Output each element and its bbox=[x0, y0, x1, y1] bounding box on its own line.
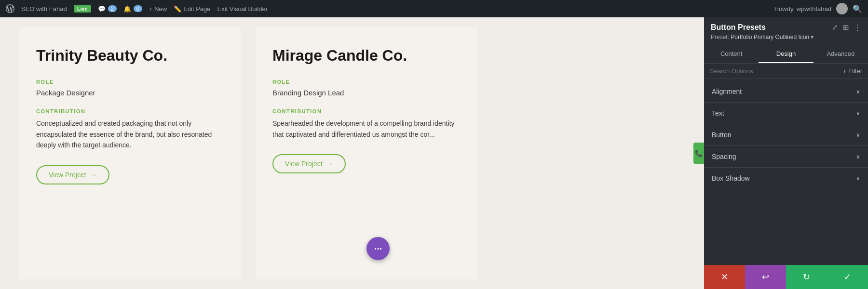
notifications-icon: 🔔 bbox=[123, 5, 131, 13]
site-name[interactable]: SEO with Fahad bbox=[21, 5, 67, 13]
section-box-shadow-title: Box Shadow bbox=[712, 174, 750, 182]
new-button[interactable]: + New bbox=[149, 5, 167, 13]
section-alignment-header[interactable]: Alignment ∨ bbox=[704, 81, 868, 102]
filter-label: Filter bbox=[848, 67, 862, 75]
role-label-mirage: ROLE bbox=[272, 79, 461, 85]
view-project-button-trinity[interactable]: View Project → bbox=[36, 165, 109, 184]
section-button-header[interactable]: Button ∨ bbox=[704, 124, 868, 145]
tab-advanced[interactable]: Advanced bbox=[814, 45, 868, 63]
panel-header: Button Presets ⤢ ⊞ ⋮ Preset: Portfolio P… bbox=[704, 17, 868, 45]
redo-icon: ↻ bbox=[803, 272, 810, 282]
section-spacing-title: Spacing bbox=[712, 153, 736, 160]
phone-icon: 📞 bbox=[695, 150, 703, 157]
preset-value: Portfolio Primary Outlined Icon bbox=[731, 34, 809, 40]
fab-icon: ··· bbox=[374, 243, 382, 254]
button-presets-panel: Button Presets ⤢ ⊞ ⋮ Preset: Portfolio P… bbox=[704, 17, 868, 289]
pencil-icon: ✏️ bbox=[174, 5, 181, 13]
panel-title-icons: ⤢ ⊞ ⋮ bbox=[832, 23, 861, 32]
chevron-box-shadow-icon: ∨ bbox=[856, 175, 860, 182]
tab-content[interactable]: Content bbox=[704, 45, 759, 63]
section-spacing: Spacing ∨ bbox=[704, 146, 868, 168]
cancel-icon: ✕ bbox=[721, 272, 728, 282]
role-label-trinity: ROLE bbox=[36, 79, 224, 85]
section-alignment-title: Alignment bbox=[712, 88, 742, 95]
comments-count: 2 bbox=[108, 5, 117, 12]
admin-bar-right: Howdy, wpwithfahad 🔍 bbox=[774, 3, 862, 14]
contribution-text-mirage: Spearheaded the development of a compell… bbox=[272, 118, 461, 140]
filter-button[interactable]: + Filter bbox=[843, 67, 862, 75]
card-title-trinity: Trinity Beauty Co. bbox=[36, 46, 224, 65]
columns-icon[interactable]: ⊞ bbox=[843, 23, 849, 32]
redo-button[interactable]: ↻ bbox=[786, 265, 827, 289]
contribution-text-trinity: Conceptualized and created packaging tha… bbox=[36, 118, 224, 150]
avatar bbox=[836, 3, 848, 14]
more-options-icon[interactable]: ⋮ bbox=[854, 23, 861, 32]
section-text: Text ∨ bbox=[704, 103, 868, 124]
panel-tabs: Content Design Advanced bbox=[704, 45, 868, 64]
edit-page-button[interactable]: ✏️ Edit Page bbox=[174, 5, 210, 13]
panel-title-row: Button Presets ⤢ ⊞ ⋮ bbox=[711, 23, 861, 32]
notifications-count: 0 bbox=[134, 5, 142, 12]
section-box-shadow: Box Shadow ∨ bbox=[704, 168, 868, 189]
undo-icon: ↩ bbox=[762, 272, 769, 282]
panel-search-row: + Filter bbox=[704, 64, 868, 79]
card-mirage: Mirage Candle Co. ROLE Branding Design L… bbox=[256, 27, 477, 279]
preset-label: Preset: bbox=[711, 34, 729, 40]
search-options-input[interactable] bbox=[710, 67, 843, 75]
undo-button[interactable]: ↩ bbox=[745, 265, 786, 289]
section-alignment: Alignment ∨ bbox=[704, 81, 868, 103]
tab-design[interactable]: Design bbox=[759, 45, 813, 63]
panel-sections: Alignment ∨ Text ∨ Button ∨ Spacing bbox=[704, 79, 868, 265]
contribution-label-mirage: CONTRIBUTION bbox=[272, 108, 461, 114]
live-badge: Live bbox=[74, 5, 91, 13]
new-label: + New bbox=[149, 5, 167, 13]
plus-icon: + bbox=[843, 67, 847, 75]
view-project-button-mirage[interactable]: View Project → bbox=[272, 154, 346, 173]
card-trinity: Trinity Beauty Co. ROLE Package Designer… bbox=[19, 27, 241, 279]
confirm-button[interactable]: ✓ bbox=[827, 265, 868, 289]
comments-button[interactable]: 💬 2 bbox=[98, 5, 117, 13]
role-value-mirage: Branding Design Lead bbox=[272, 89, 461, 97]
cancel-button[interactable]: ✕ bbox=[704, 265, 745, 289]
page-canvas: Trinity Beauty Co. ROLE Package Designer… bbox=[0, 17, 704, 289]
admin-bar: SEO with Fahad Live 💬 2 🔔 0 + New ✏️ Edi… bbox=[0, 0, 868, 17]
section-button-title: Button bbox=[712, 131, 731, 139]
preset-row: Preset: Portfolio Primary Outlined Icon … bbox=[711, 34, 861, 40]
wordpress-logo-icon bbox=[6, 4, 14, 13]
chevron-alignment-icon: ∨ bbox=[856, 88, 860, 95]
comments-icon: 💬 bbox=[98, 5, 106, 13]
section-text-title: Text bbox=[712, 109, 724, 117]
section-spacing-header[interactable]: Spacing ∨ bbox=[704, 146, 868, 167]
panel-title: Button Presets bbox=[711, 23, 766, 32]
admin-bar-left: SEO with Fahad Live 💬 2 🔔 0 + New ✏️ Edi… bbox=[6, 4, 767, 13]
section-text-header[interactable]: Text ∨ bbox=[704, 103, 868, 124]
chevron-spacing-icon: ∨ bbox=[856, 153, 860, 160]
main-content: Trinity Beauty Co. ROLE Package Designer… bbox=[0, 17, 868, 289]
chevron-text-icon: ∨ bbox=[856, 110, 860, 117]
chevron-button-icon: ∨ bbox=[856, 131, 860, 138]
section-button: Button ∨ bbox=[704, 124, 868, 146]
panel-actions: ✕ ↩ ↻ ✓ bbox=[704, 265, 868, 289]
howdy-text: Howdy, wpwithfahad bbox=[774, 5, 831, 13]
floating-action-button[interactable]: ··· bbox=[366, 237, 390, 260]
side-tab[interactable]: 📞 bbox=[693, 143, 704, 164]
section-box-shadow-header[interactable]: Box Shadow ∨ bbox=[704, 168, 868, 189]
search-icon[interactable]: 🔍 bbox=[853, 4, 862, 13]
role-value-trinity: Package Designer bbox=[36, 89, 224, 97]
contribution-label-trinity: CONTRIBUTION bbox=[36, 108, 224, 114]
notifications-button[interactable]: 🔔 0 bbox=[123, 5, 142, 13]
confirm-icon: ✓ bbox=[844, 272, 851, 282]
expand-icon[interactable]: ⤢ bbox=[832, 23, 838, 32]
exit-visual-builder-button[interactable]: Exit Visual Builder bbox=[217, 5, 268, 13]
card-title-mirage: Mirage Candle Co. bbox=[272, 46, 461, 65]
preset-arrow-icon: ▾ bbox=[811, 34, 814, 40]
